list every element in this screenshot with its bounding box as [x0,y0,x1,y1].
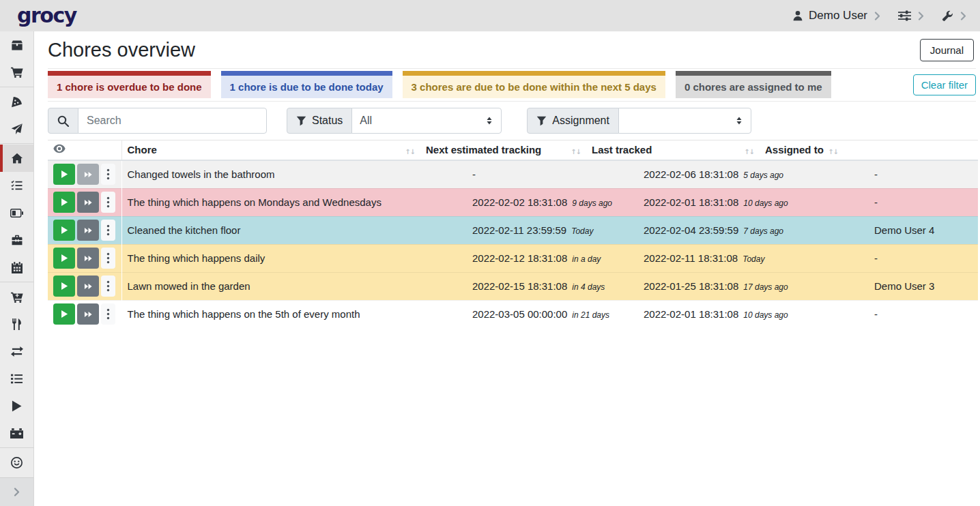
status-filter-card[interactable]: 3 chores are due to be done within the n… [403,71,665,98]
fast-forward-icon [83,310,93,319]
table-row: Cleaned the kitchen floor 2022-02-11 23:… [48,216,978,244]
search-input[interactable] [78,108,267,134]
ellipsis-vertical-icon [106,224,110,236]
last-tracked-value: 2022-02-04 23:59:59 [644,224,738,236]
column-header-assigned-to[interactable]: Assigned to ↑↓ [760,140,846,161]
sort-icon: ↑↓ [744,145,754,156]
page-header: Chores overview Journal [48,38,978,68]
status-filter-label: Status [312,115,343,127]
journal-button[interactable]: Journal [920,39,974,61]
next-tracking-value: 2022-02-15 18:31:08 [472,280,567,292]
utensils-icon [12,318,22,330]
sidebar-item-shopping-cart[interactable] [0,59,33,86]
status-filter-card[interactable]: 0 chores are assigned to me [676,71,831,98]
column-header-filler [846,140,978,161]
chore-name: Lawn mowed in the garden [128,280,250,292]
skip-chore-button[interactable] [77,276,99,297]
skip-chore-button[interactable] [77,192,99,213]
next-tracking-relative: in 21 days [572,310,609,320]
status-filter-card-label: 0 chores are assigned to me [684,81,822,93]
chevron-right-icon [14,488,20,496]
column-header-chore[interactable]: Chore ↑↓ [121,140,420,161]
sidebar-item-play[interactable] [0,392,33,419]
skip-chore-button[interactable] [77,248,99,269]
track-chore-button[interactable] [53,220,75,241]
chore-more-menu-button[interactable] [101,192,116,213]
user-menu[interactable]: Demo User [792,9,880,23]
play-icon [59,225,69,235]
skip-chore-button[interactable] [77,164,99,185]
status-filter-label-box: Status [287,108,352,134]
sidebar-item-list[interactable] [0,365,33,392]
sidebar-collapse-toggle[interactable] [0,477,33,506]
status-filter-card[interactable]: 1 chore is due to be done today [221,71,392,98]
assigned-to-value: - [874,168,878,180]
sidebar-item-home[interactable] [0,145,33,172]
sidebar-item-pizza-slice[interactable] [0,88,33,115]
ellipsis-vertical-icon [106,252,110,264]
grocy-logo[interactable]: grocy [17,5,76,26]
sidebar-item-battery[interactable] [0,199,33,226]
sidebar-item-utensils[interactable] [0,310,33,338]
smiley-icon [11,457,23,468]
track-chore-button[interactable] [53,192,75,213]
settings-menu[interactable] [898,10,924,21]
next-tracking-value: 2022-02-12 18:31:08 [472,252,567,264]
assigned-to-value: - [874,196,878,208]
sidebar-item-tasks[interactable] [0,172,33,199]
fast-forward-icon [83,254,93,263]
next-tracking-value: - [472,168,476,180]
next-tracking-relative: Today [571,226,593,236]
next-tracking-relative: in 4 days [572,282,605,292]
skip-chore-button[interactable] [77,220,99,241]
chore-more-menu-button[interactable] [101,276,116,297]
assignment-filter-select[interactable] [618,108,751,134]
last-tracked-relative: 10 days ago [743,198,788,208]
sidebar-item-paper-plane[interactable] [0,115,33,143]
next-tracking-relative: 9 days ago [572,198,612,208]
last-tracked-relative: Today [743,254,764,264]
fast-forward-icon [83,198,93,207]
status-filter-group: Status All [287,108,502,134]
track-chore-button[interactable] [53,303,75,325]
page-title: Chores overview [48,39,195,61]
sidebar-item-calendar[interactable] [0,254,33,281]
chore-more-menu-button[interactable] [101,164,116,185]
last-tracked-relative: 5 days ago [743,170,783,180]
assignment-filter-group: Assignment [527,108,751,134]
column-header-next-tracking[interactable]: Next estimated tracking ↑↓ [420,140,586,161]
assigned-to-value: Demo User 4 [874,224,934,236]
sidebar-item-cart-plus[interactable] [0,283,33,310]
table-row: Changed towels in the bathroom - 2022-02… [48,160,978,188]
play-icon [12,400,22,412]
sidebar-divider [0,447,33,448]
chore-more-menu-button[interactable] [101,220,116,241]
clear-filter-button[interactable]: Clear filter [913,74,976,95]
status-filter-cards: 1 chore is overdue to be done 1 chore is… [48,69,978,101]
track-chore-button[interactable] [53,164,75,185]
skip-chore-button[interactable] [77,303,99,325]
sidebar-item-exchange[interactable] [0,338,33,365]
table-row: The thing which happens on the 5th of ev… [48,300,978,328]
status-filter-value: All [360,115,372,127]
status-filter-select[interactable]: All [351,108,502,134]
sidebar-item-toolbox[interactable] [0,226,33,254]
sidebar-item-car-battery[interactable] [0,419,33,447]
status-filter-card[interactable]: 1 chore is overdue to be done [48,71,211,98]
chore-more-menu-button[interactable] [101,303,116,325]
column-header-last-tracked[interactable]: Last tracked ↑↓ [586,140,760,161]
sidebar-item-box[interactable] [0,31,33,59]
fast-forward-icon [83,170,93,179]
chevron-right-icon [874,12,880,20]
top-navbar: grocy Demo User [0,0,980,31]
car-battery-icon [10,428,23,438]
track-chore-button[interactable] [53,276,75,297]
track-chore-button[interactable] [53,248,75,269]
admin-menu[interactable] [942,10,966,22]
chore-more-menu-button[interactable] [101,248,116,269]
filter-funnel-icon [296,116,306,126]
next-tracking-relative: in a day [572,254,601,264]
fast-forward-icon [83,282,93,291]
sidebar-item-smiley[interactable] [0,449,33,476]
next-tracking-value: 2022-02-02 18:31:08 [472,196,567,208]
